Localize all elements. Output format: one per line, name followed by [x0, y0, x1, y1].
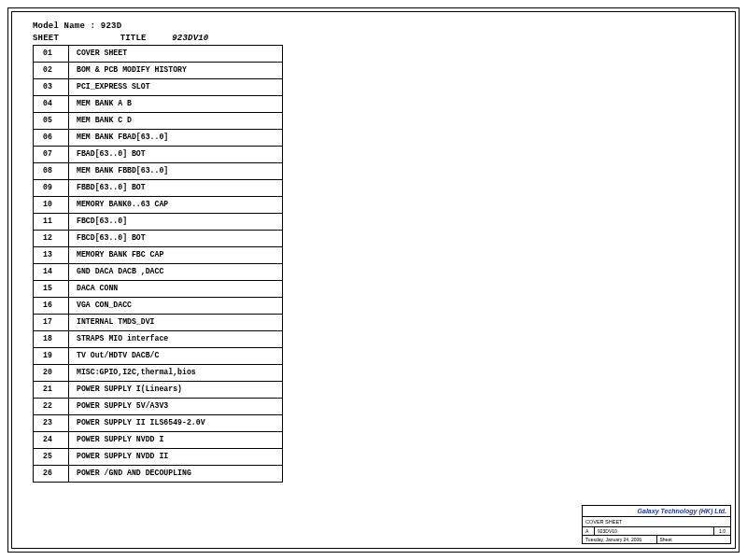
table-row: 09FBBD[63..0] BOT	[34, 180, 283, 197]
sheet-number: 25	[34, 449, 69, 466]
model-name-line: Model Name : 923D	[33, 21, 313, 31]
sheet-title: POWER /GND AND DECOUPLING	[69, 466, 283, 483]
table-row: 25POWER SUPPLY NVDD II	[34, 449, 283, 466]
sheet-number: 04	[34, 96, 69, 113]
sheet-number: 02	[34, 63, 69, 79]
table-row: 19TV Out/HDTV DACB/C	[34, 348, 283, 365]
sheet-number: 10	[34, 197, 69, 214]
table-row: 03PCI_EXPRESS SLOT	[34, 79, 283, 96]
sheet-number: 15	[34, 281, 69, 298]
drawing-inner-frame: Model Name : 923D SHEET TITLE 923DV10 01…	[11, 11, 736, 549]
sheet-number: 23	[34, 415, 69, 432]
sheet-title: COVER SHEET	[69, 46, 283, 63]
size-label: A	[583, 527, 594, 535]
sheet-number: 16	[34, 298, 69, 315]
sheet-number: 13	[34, 247, 69, 264]
table-row: 24POWER SUPPLY NVDD I	[34, 432, 283, 449]
sheet-number: 03	[34, 79, 69, 96]
sheet-column-label: SHEET	[33, 34, 59, 43]
sheet-title: POWER SUPPLY NVDD II	[69, 449, 283, 466]
sheet-number: 24	[34, 432, 69, 449]
sheet-title: VGA CON_DACC	[69, 298, 283, 315]
table-row: 05MEM BANK C D	[34, 113, 283, 130]
sheet-number: 14	[34, 264, 69, 281]
sheet-title: FBCD[63..0] BOT	[69, 231, 283, 247]
date: Tuesday, January 24, 2006	[583, 536, 656, 543]
drawing-outer-frame: Model Name : 923D SHEET TITLE 923DV10 01…	[7, 7, 740, 553]
table-row: 23POWER SUPPLY II ILS6549-2.0V	[34, 415, 283, 432]
table-row: 15DACA CONN	[34, 281, 283, 298]
sheet-title: MEM BANK FBAD[63..0]	[69, 130, 283, 147]
sheet-title: MEM BANK A B	[69, 96, 283, 113]
sheet-title: INTERNAL TMDS_DVI	[69, 315, 283, 331]
table-row: 07FBAD[63..0] BOT	[34, 147, 283, 163]
sheet-content: Model Name : 923D SHEET TITLE 923DV10 01…	[33, 21, 313, 483]
sheet-title: MEM BANK FBBD[63..0]	[69, 163, 283, 180]
sheet-title: GND DACA DACB ,DACC	[69, 264, 283, 281]
title-column-label: TITLE	[120, 34, 147, 43]
table-row: 14GND DACA DACB ,DACC	[34, 264, 283, 281]
sheet-number: 26	[34, 466, 69, 483]
sheet-number: 05	[34, 113, 69, 130]
table-row: 20MISC:GPIO,I2C,thermal,bios	[34, 365, 283, 382]
rev: 1.0	[713, 527, 730, 535]
sheet-number: 11	[34, 214, 69, 231]
title-column-value: 923DV10	[172, 34, 208, 43]
sheet-title: MISC:GPIO,I2C,thermal,bios	[69, 365, 283, 382]
sheet-number: 21	[34, 382, 69, 399]
table-row: 11FBCD[63..0]	[34, 214, 283, 231]
model-name-label: Model Name :	[33, 21, 95, 31]
sheet-number: 12	[34, 231, 69, 247]
table-row: 21POWER SUPPLY I(Linears)	[34, 382, 283, 399]
sheet-title: FBCD[63..0]	[69, 214, 283, 231]
sheet-number: 07	[34, 147, 69, 163]
title-block: Galaxy Technology (HK) Ltd. COVER SHEET …	[582, 505, 731, 544]
sheet-title: PCI_EXPRESS SLOT	[69, 79, 283, 96]
sheet-number: 08	[34, 163, 69, 180]
sheet-title: POWER SUPPLY NVDD I	[69, 432, 283, 449]
sheet-number: 06	[34, 130, 69, 147]
sheet-number: 09	[34, 180, 69, 197]
sheet-title: BOM & PCB MODIFY HISTORY	[69, 63, 283, 79]
sheet-number: 22	[34, 399, 69, 415]
model-name-value: 923D	[101, 21, 121, 31]
sheet-number: 20	[34, 365, 69, 382]
sheet-number: 01	[34, 46, 69, 63]
sheet-title: DACA CONN	[69, 281, 283, 298]
sheet-title: POWER SUPPLY 5V/A3V3	[69, 399, 283, 415]
sheet-title: FBAD[63..0] BOT	[69, 147, 283, 163]
table-row: 01COVER SHEET	[34, 46, 283, 63]
sheet-number: 18	[34, 331, 69, 348]
table-row: 02BOM & PCB MODIFY HISTORY	[34, 63, 283, 79]
sheet-title: POWER SUPPLY II ILS6549-2.0V	[69, 415, 283, 432]
table-row: 04MEM BANK A B	[34, 96, 283, 113]
table-header-line: SHEET TITLE 923DV10	[33, 34, 313, 43]
sheet-index-table: 01COVER SHEET02BOM & PCB MODIFY HISTORY0…	[33, 45, 283, 483]
table-row: 18STRAPS MIO interface	[34, 331, 283, 348]
table-row: 10MEMORY BANK0..63 CAP	[34, 197, 283, 214]
table-row: 17INTERNAL TMDS_DVI	[34, 315, 283, 331]
sheet-number: 19	[34, 348, 69, 365]
sheet-number: 17	[34, 315, 69, 331]
table-row: 16VGA CON_DACC	[34, 298, 283, 315]
sheet-title: MEM BANK C D	[69, 113, 283, 130]
table-row: 26POWER /GND AND DECOUPLING	[34, 466, 283, 483]
sheet-label: Sheet	[656, 536, 731, 543]
sheet-title: FBBD[63..0] BOT	[69, 180, 283, 197]
table-row: 08MEM BANK FBBD[63..0]	[34, 163, 283, 180]
table-row: 13MEMORY BANK FBC CAP	[34, 247, 283, 264]
sheet-title: TV Out/HDTV DACB/C	[69, 348, 283, 365]
doc-title: COVER SHEET	[583, 517, 730, 526]
company-name: Galaxy Technology (HK) Ltd.	[583, 506, 730, 516]
table-row: 22POWER SUPPLY 5V/A3V3	[34, 399, 283, 415]
doc-number: 923DV10	[594, 527, 713, 535]
sheet-title: MEMORY BANK0..63 CAP	[69, 197, 283, 214]
table-row: 06MEM BANK FBAD[63..0]	[34, 130, 283, 147]
sheet-title: MEMORY BANK FBC CAP	[69, 247, 283, 264]
table-row: 12FBCD[63..0] BOT	[34, 231, 283, 247]
sheet-title: POWER SUPPLY I(Linears)	[69, 382, 283, 399]
sheet-title: STRAPS MIO interface	[69, 331, 283, 348]
